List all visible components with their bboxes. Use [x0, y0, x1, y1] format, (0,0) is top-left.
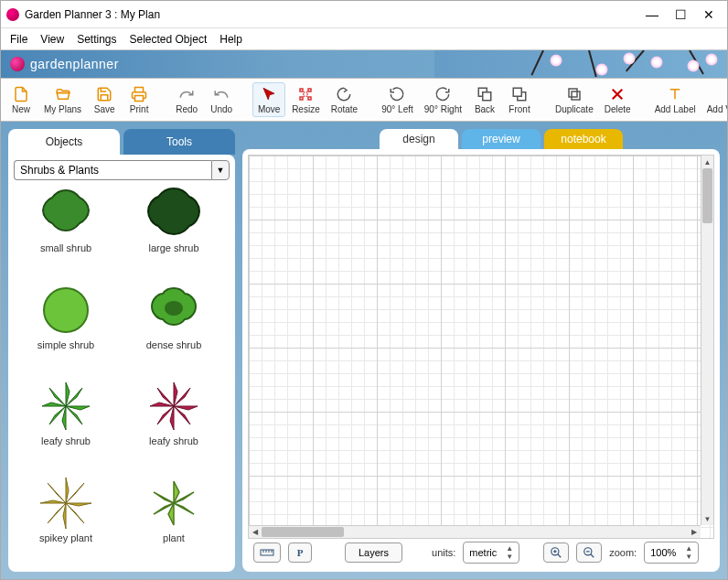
- rotate-left-icon: [388, 85, 406, 103]
- svg-rect-11: [569, 89, 577, 97]
- svg-rect-5: [304, 92, 308, 97]
- scroll-up-icon[interactable]: ▲: [701, 156, 713, 168]
- scroll-right-icon[interactable]: ▶: [688, 526, 701, 538]
- menu-file[interactable]: File: [10, 33, 27, 46]
- add-veg-bed-button[interactable]: Add Veg. Be: [702, 82, 727, 117]
- cursor-icon: [260, 85, 278, 103]
- scroll-thumb[interactable]: [702, 168, 712, 223]
- svg-rect-3: [300, 97, 303, 100]
- delete-icon: [608, 85, 626, 103]
- tab-preview[interactable]: preview: [462, 129, 541, 149]
- zoom-in-button[interactable]: [543, 542, 569, 563]
- scroll-left-icon[interactable]: ◀: [249, 526, 262, 538]
- right-panel: design preview notebook ▲ ▼ ◀ ▶: [242, 129, 720, 572]
- category-select[interactable]: Shrubs & Plants: [14, 160, 211, 180]
- chevron-up-down-icon: ▲▼: [685, 544, 692, 561]
- scroll-thumb[interactable]: [262, 527, 344, 537]
- shrub-icon: [38, 283, 93, 338]
- object-item-plant[interactable]: plant: [122, 476, 226, 567]
- move-button[interactable]: Move: [252, 82, 285, 117]
- vertical-scrollbar[interactable]: ▲ ▼: [701, 156, 713, 525]
- scroll-down-icon[interactable]: ▼: [701, 512, 713, 525]
- titlebar: Garden Planner 3 : My Plan — ☐ ✕: [1, 1, 727, 28]
- zoom-label: zoom:: [609, 547, 637, 558]
- zoom-select[interactable]: 100% ▲▼: [644, 542, 699, 564]
- svg-rect-10: [572, 91, 580, 100]
- svg-rect-1: [300, 89, 303, 91]
- svg-point-13: [165, 301, 183, 316]
- rotate-right-button[interactable]: 90° Right: [420, 82, 466, 117]
- object-item-leafy-shrub-green[interactable]: leafy shrub: [14, 379, 118, 470]
- logo-text: gardenplanner: [30, 57, 119, 71]
- text-icon: [666, 85, 684, 103]
- object-item-simple-shrub[interactable]: simple shrub: [14, 283, 118, 374]
- menu-view[interactable]: View: [40, 33, 64, 46]
- logo-icon: [10, 57, 25, 71]
- canvas[interactable]: ▲ ▼ ◀ ▶: [248, 155, 714, 539]
- shrub-icon: [146, 186, 201, 241]
- object-item-large-shrub[interactable]: large shrub: [122, 186, 226, 277]
- add-label-button[interactable]: Add Label: [650, 82, 701, 117]
- save-button[interactable]: Save: [88, 82, 121, 117]
- left-panel: Objects Tools Shrubs & Plants ▼ small sh…: [8, 129, 235, 572]
- statusbar: P Layers units: metric ▲▼ zoom: 10: [248, 539, 714, 566]
- menu-selected-object[interactable]: Selected Object: [130, 33, 208, 46]
- menu-settings[interactable]: Settings: [77, 33, 116, 46]
- rotate-icon: [335, 85, 353, 103]
- close-button[interactable]: ✕: [703, 7, 714, 22]
- shrub-icon: [146, 283, 201, 338]
- menu-help[interactable]: Help: [219, 33, 242, 46]
- zoom-out-button[interactable]: [576, 542, 602, 563]
- print-icon: [130, 85, 148, 103]
- object-item-leafy-shrub-red[interactable]: leafy shrub: [122, 379, 226, 470]
- duplicate-button[interactable]: Duplicate: [551, 82, 598, 117]
- layers-button[interactable]: Layers: [345, 542, 402, 563]
- redo-icon: [177, 85, 196, 103]
- leafy-icon: [146, 379, 201, 434]
- properties-button[interactable]: P: [288, 542, 312, 563]
- category-dropdown-button[interactable]: ▼: [211, 160, 230, 180]
- bring-front-icon: [510, 85, 529, 103]
- svg-rect-9: [513, 88, 521, 96]
- svg-rect-4: [308, 97, 311, 100]
- new-button[interactable]: New: [5, 82, 37, 117]
- tab-design[interactable]: design: [380, 129, 458, 149]
- redo-button[interactable]: Redo: [170, 82, 203, 117]
- object-item-small-shrub[interactable]: small shrub: [14, 186, 118, 277]
- resize-button[interactable]: Resize: [287, 82, 325, 117]
- myplans-button[interactable]: My Plans: [39, 82, 86, 117]
- print-button[interactable]: Print: [123, 82, 155, 117]
- svg-rect-7: [483, 92, 491, 101]
- workspace: Objects Tools Shrubs & Plants ▼ small sh…: [1, 122, 727, 579]
- units-select[interactable]: metric ▲▼: [463, 542, 519, 564]
- plant-icon: [146, 476, 201, 531]
- tab-objects[interactable]: Objects: [8, 129, 120, 155]
- save-icon: [95, 85, 113, 103]
- svg-rect-2: [308, 89, 311, 91]
- front-button[interactable]: Front: [503, 82, 536, 117]
- horizontal-scrollbar[interactable]: ◀ ▶: [249, 525, 701, 538]
- chevron-up-down-icon: ▲▼: [506, 544, 513, 561]
- menubar: File View Settings Selected Object Help: [1, 28, 727, 50]
- ruler-button[interactable]: [253, 542, 281, 563]
- delete-button[interactable]: Delete: [600, 82, 636, 117]
- maximize-button[interactable]: ☐: [675, 7, 687, 22]
- minimize-button[interactable]: —: [646, 7, 658, 22]
- svg-rect-0: [135, 96, 144, 102]
- app-icon: [6, 8, 19, 21]
- object-item-spikey-plant[interactable]: spikey plant: [14, 476, 118, 567]
- rotate-button[interactable]: Rotate: [327, 82, 362, 117]
- object-grid[interactable]: small shrub large shrub simple shrub: [14, 186, 230, 566]
- back-button[interactable]: Back: [468, 82, 501, 117]
- tab-notebook[interactable]: notebook: [544, 129, 623, 149]
- spikey-icon: [38, 476, 93, 531]
- tab-tools[interactable]: Tools: [123, 129, 235, 155]
- svg-point-12: [44, 288, 88, 332]
- toolbar: New My Plans Save Print Redo Undo Move: [1, 78, 727, 122]
- undo-icon: [212, 85, 230, 103]
- rotate-right-icon: [434, 85, 452, 103]
- rotate-left-button[interactable]: 90° Left: [377, 82, 418, 117]
- object-item-dense-shrub[interactable]: dense shrub: [122, 283, 226, 374]
- undo-button[interactable]: Undo: [205, 82, 238, 117]
- send-back-icon: [476, 85, 494, 103]
